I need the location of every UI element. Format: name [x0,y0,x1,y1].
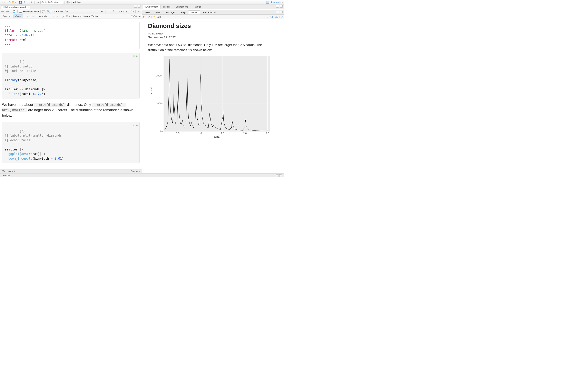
style-dropdown[interactable]: Normal [39,15,47,17]
editor-toolbar-1: ⟸ ⟹ 💾 Render on Save ABC✓ 🔍 ➜Render ⚙ +c… [0,9,142,14]
prose-paragraph[interactable]: We have data about r nrow(diamonds) diam… [2,102,140,118]
editor-body[interactable]: --- title: "Diamond sizes" date: 2022-09… [0,19,142,169]
maximize-console-icon[interactable] [279,174,282,177]
file-tab-diamond-sizes[interactable]: diamond-sizes.qmd × [1,5,30,9]
next-chunk-icon[interactable]: ⇩ [112,10,115,13]
x-tick: 1.5 [221,132,224,135]
minimize-pane-icon[interactable] [276,11,279,13]
image-button[interactable]: 🖼 [66,15,70,17]
rendered-paragraph: We have data about 53940 diamonds. Only … [148,43,278,53]
tab-help[interactable]: Help [178,10,188,15]
open-file-icon[interactable]: 📂 [12,1,15,4]
y-tick: 0 [160,130,163,133]
panes-icon[interactable]: ▦ [66,1,70,4]
format-dropdown[interactable]: Format [73,15,81,17]
x-tick: 1.0 [199,132,202,135]
main-toolbar: ＋ ⧉ 📂 💾 🗎 🖶 ➜ ▦ Addins r4ds-quarto [0,0,284,4]
editor-toolbar-2: Source Visual B I </> Normal ⋮≡ 1≡ 🔗 🖼 F… [0,14,142,19]
edit-icon: ✎ [153,16,155,18]
refresh-icon[interactable]: ⟳ [281,16,283,18]
edit-button[interactable]: Edit [157,16,161,18]
format-indicator[interactable]: Quarto ⇕ [131,170,140,173]
tab-viewer[interactable]: Viewer [188,10,200,15]
env-tab-bar: Environment History Connections Tutorial [142,4,284,9]
save-icon[interactable]: 💾 [19,1,22,4]
tab-files[interactable]: Files [143,10,153,15]
insert-chunk-icon[interactable]: +c [101,10,104,13]
clear-viewer-icon[interactable]: ⦸ [143,16,145,18]
spellcheck-icon[interactable]: ABC✓ [42,10,45,13]
nav-forward-icon[interactable]: ⟹ [6,10,9,13]
link-button[interactable]: 🔗 [62,15,65,17]
scope-indicator[interactable]: (Top Level) ⇕ [2,170,15,173]
render-button[interactable]: ➜Render [53,10,63,13]
maximize-pane-icon[interactable] [280,11,283,13]
project-menu[interactable]: r4ds-quarto [270,1,283,3]
popout-icon[interactable]: ↗ [148,16,150,18]
table-dropdown[interactable]: Table [91,15,98,17]
insert-dropdown[interactable]: Insert [83,15,90,17]
outline-toggle-icon[interactable]: ≡ [137,10,140,13]
code-chunk-setup[interactable]: ⇱▶{r} #| label: setup #| include: false … [2,53,140,99]
tab-packages[interactable]: Packages [163,10,178,15]
bold-button[interactable]: B [26,15,28,17]
tab-presentation[interactable]: Presentation [200,10,218,15]
console-tab[interactable]: Console [2,174,10,177]
tab-connections[interactable]: Connections [173,5,191,9]
italic-button[interactable]: I [30,15,30,17]
tab-tutorial[interactable]: Tutorial [191,5,203,9]
x-tick: 2.5 [266,132,269,135]
run-chunk-icon[interactable]: ▶ [136,54,138,58]
outline-icon: ⇶ [131,15,132,17]
minimize-console-icon[interactable] [276,174,278,177]
outline-button[interactable]: Outline [133,15,140,17]
run-above-icon[interactable]: ⇱ [133,54,135,58]
code-button[interactable]: </> [32,15,35,17]
viewer-tab-bar: Files Plots Packages Help Viewer Present… [142,10,284,15]
goto-icon[interactable]: ➜ [36,1,40,4]
maximize-pane-icon[interactable] [280,5,283,8]
run-above-icon[interactable]: ⇱ [133,123,135,127]
render-on-save-checkbox[interactable]: Render on Save [19,10,39,13]
save-all-icon[interactable]: 🗎 [23,1,26,4]
visual-mode-button[interactable]: Visual [13,15,23,18]
find-icon[interactable]: 🔍 [47,10,50,13]
inline-code-nrow: r nrow(diamonds) [34,103,66,107]
tab-plots[interactable]: Plots [153,10,163,15]
new-file-icon[interactable]: ＋ [1,1,4,4]
run-button[interactable]: ➔ Run [119,10,127,13]
prev-chunk-icon[interactable]: ⇧ [107,10,111,13]
project-icon [266,1,269,4]
viewer-toolbar: ⦸ ↗ ✎ Edit ↻ Publish ⟳ [142,15,284,19]
tab-environment[interactable]: Environment [143,5,161,9]
y-axis-label: count [150,87,153,94]
published-label: PUBLISHED [148,32,278,35]
x-axis-label: carat [164,135,270,138]
minimize-pane-icon[interactable] [276,5,279,8]
maximize-pane-icon[interactable] [138,5,140,8]
code-chunk-plot[interactable]: ⇱▶{r} #| label: plot-smaller-diamonds #|… [2,122,140,163]
save-doc-icon[interactable]: 💾 [12,10,16,13]
number-list-button[interactable]: 1≡ [56,15,58,17]
print-icon[interactable]: 🖶 [30,1,33,4]
plot-area: 0.51.01.52.02.5010002000 [164,56,270,132]
new-project-icon[interactable]: ⧉ [8,1,11,4]
source-pane: diamond-sizes.qmd × ⟸ ⟹ 💾 Render on Save… [0,4,142,173]
close-tab-icon[interactable]: × [27,6,29,8]
x-tick: 2.0 [243,132,247,135]
freqpoly-line [164,56,270,132]
publish-button[interactable]: Publish [269,16,278,18]
bullet-list-button[interactable]: ⋮≡ [51,15,54,17]
yaml-block[interactable]: --- title: "Diamond sizes" date: 2022-09… [2,22,140,49]
tab-history[interactable]: History [161,5,173,9]
y-tick: 1000 [156,102,163,105]
publish-icon[interactable]: ↻ [130,10,134,13]
minimize-pane-icon[interactable] [134,5,137,8]
quarto-doc-icon [3,6,6,8]
run-chunk-icon[interactable]: ▶ [136,123,138,127]
render-options-icon[interactable]: ⚙ [65,10,68,13]
source-mode-button[interactable]: Source [1,15,12,18]
goto-input[interactable] [40,1,63,4]
nav-back-icon[interactable]: ⟸ [1,10,4,13]
addins-dropdown[interactable]: Addins [73,1,81,3]
